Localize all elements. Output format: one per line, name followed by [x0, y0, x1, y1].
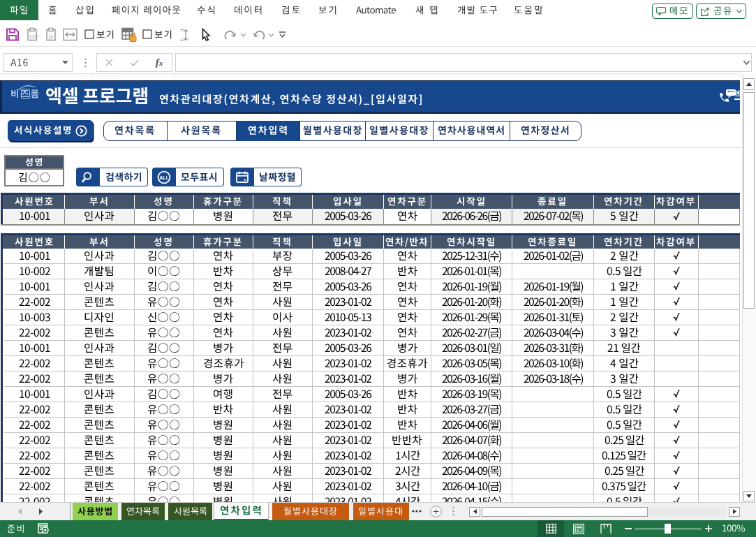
svg-text:ALL: ALL [159, 175, 169, 179]
svg-text:fx: fx [49, 33, 54, 40]
svg-text:123: 123 [29, 34, 38, 40]
